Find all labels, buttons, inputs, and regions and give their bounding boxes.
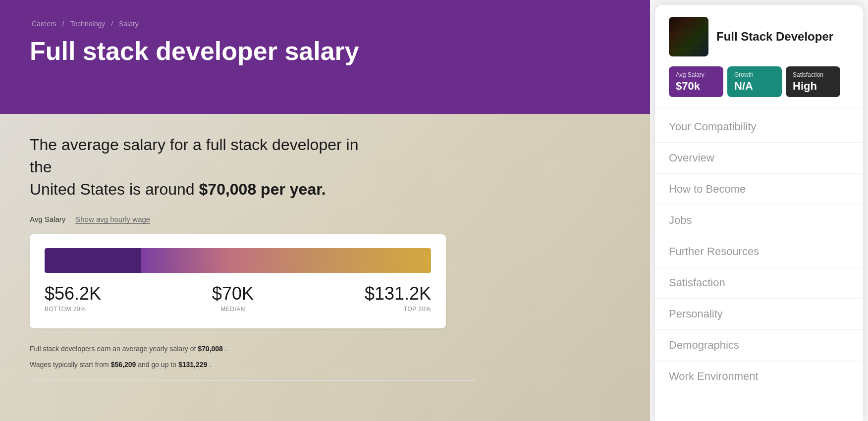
nav-link-your-compatibility[interactable]: Your Compatibility <box>655 111 863 143</box>
nav-link-personality[interactable]: Personality <box>655 299 863 330</box>
breadcrumb-separator-1: / <box>62 20 64 28</box>
job-thumbnail <box>669 17 708 56</box>
sidebar-nav: Your Compatibility Overview How to Becom… <box>655 107 863 396</box>
breadcrumb-item-salary[interactable]: Salary <box>119 20 139 28</box>
body-section: The average salary for a full stack deve… <box>0 114 650 421</box>
top20-label: TOP 20% <box>404 306 431 313</box>
avg-text-part2: United States is around <box>30 180 195 198</box>
salary-tabs: Avg Salary Show avg hourly wage <box>30 215 476 224</box>
desc2-part2: and go up to <box>138 361 176 368</box>
bottom20-label: BOTTOM 20% <box>45 306 101 313</box>
breadcrumb-separator-2: / <box>111 20 113 28</box>
nav-link-further-resources[interactable]: Further Resources <box>655 236 863 267</box>
breadcrumb-item-technology[interactable]: Technology <box>70 20 105 28</box>
nav-link-demographics[interactable]: Demographics <box>655 330 863 361</box>
desc2-part1: Wages typically start from <box>30 361 109 368</box>
badge-avg-salary-label: Avg Salary <box>676 71 716 78</box>
tab-avg-salary[interactable]: Avg Salary <box>30 215 65 224</box>
avg-salary-highlighted: $70,008 per year. <box>199 180 326 198</box>
desc2-bold1: $56,209 <box>111 361 136 368</box>
desc2-bold2: $131,229 <box>178 361 207 368</box>
stats-badges: Avg Salary $70k Growth N/A Satisfaction … <box>669 66 849 97</box>
badge-avg-salary-value: $70k <box>676 80 716 92</box>
salary-bar-middle <box>141 248 315 273</box>
salary-bottom20: $56.2K BOTTOM 20% <box>45 284 101 313</box>
salary-top20: $131.2K TOP 20% <box>365 284 431 313</box>
desc2-part3: . <box>209 361 211 368</box>
badge-growth: Growth N/A <box>727 66 782 97</box>
nav-link-jobs[interactable]: Jobs <box>655 205 863 236</box>
bottom20-amount: $56.2K <box>45 284 101 304</box>
nav-link-overview[interactable]: Overview <box>655 143 863 174</box>
salary-values-row: $56.2K BOTTOM 20% $70K MEDIAN $131.2K TO… <box>45 284 431 313</box>
salary-bar-bottom <box>45 248 141 273</box>
tab-hourly-wage[interactable]: Show avg hourly wage <box>75 215 150 224</box>
breadcrumb: Careers / Technology / Salary <box>30 20 620 28</box>
nav-link-work-environment[interactable]: Work Environment <box>655 361 863 392</box>
median-amount: $70K <box>212 284 254 304</box>
page-title: Full stack developer salary <box>30 37 620 66</box>
median-label: MEDIAN <box>220 306 245 313</box>
body-content: The average salary for a full stack deve… <box>30 134 476 381</box>
badge-satisfaction: Satisfaction High <box>786 66 840 97</box>
salary-median: $70K MEDIAN <box>212 284 254 313</box>
desc1-part1: Full stack developers earn an average ye… <box>30 345 196 353</box>
nav-link-how-to-become[interactable]: How to Become <box>655 174 863 205</box>
salary-card: $56.2K BOTTOM 20% $70K MEDIAN $131.2K TO… <box>30 234 446 328</box>
description-line2: Wages typically start from $56,209 and g… <box>30 359 476 370</box>
description-line1: Full stack developers earn an average ye… <box>30 343 476 354</box>
job-card: Full Stack Developer Avg Salary $70k Gro… <box>655 5 863 107</box>
badge-growth-value: N/A <box>734 80 775 92</box>
main-content: Careers / Technology / Salary Full stack… <box>0 0 650 421</box>
badge-avg-salary: Avg Salary $70k <box>669 66 723 97</box>
average-description: The average salary for a full stack deve… <box>30 134 377 200</box>
badge-satisfaction-label: Satisfaction <box>793 71 833 78</box>
avg-text-part1: The average salary for a full stack deve… <box>30 136 358 176</box>
hero-section: Careers / Technology / Salary Full stack… <box>0 0 650 114</box>
breadcrumb-item-careers[interactable]: Careers <box>32 20 56 28</box>
section-divider <box>30 380 476 381</box>
nav-link-satisfaction[interactable]: Satisfaction <box>655 267 863 299</box>
badge-growth-label: Growth <box>734 71 775 78</box>
sidebar: Full Stack Developer Avg Salary $70k Gro… <box>655 5 863 421</box>
badge-satisfaction-value: High <box>793 80 833 92</box>
salary-bar-chart <box>45 248 431 273</box>
desc1-bold: $70,008 <box>198 345 223 353</box>
top20-amount: $131.2K <box>365 284 431 304</box>
job-card-title: Full Stack Developer <box>716 29 833 44</box>
desc1-part2: . <box>225 345 227 353</box>
job-card-header: Full Stack Developer <box>669 17 849 56</box>
salary-bar-top <box>315 248 431 273</box>
